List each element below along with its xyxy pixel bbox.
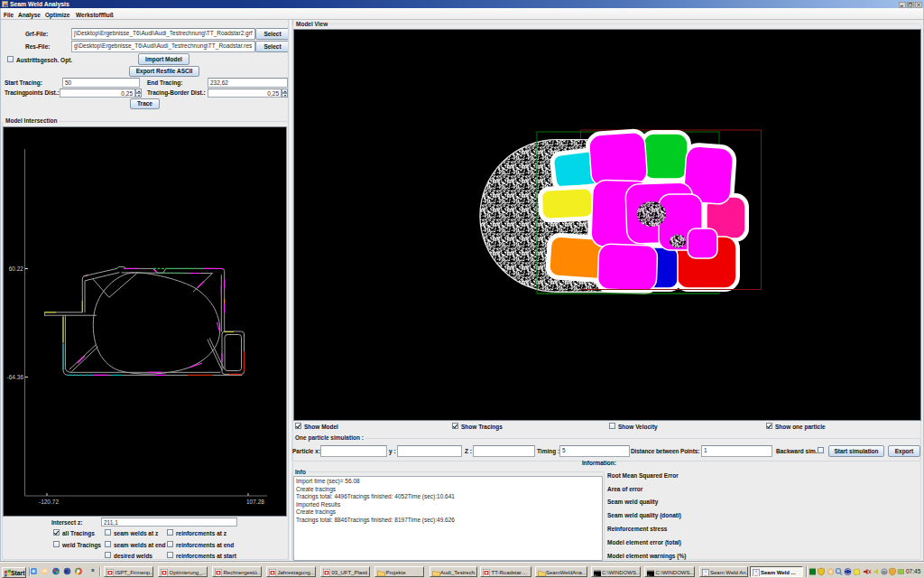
svg-text:-120.72: -120.72: [39, 499, 59, 505]
svg-text:C:: C:: [594, 573, 598, 576]
svg-text:107.28: 107.28: [246, 499, 264, 505]
svg-text:60.22: 60.22: [9, 266, 24, 272]
svg-text:C:: C:: [648, 573, 652, 576]
svg-text:-64.36: -64.36: [7, 374, 24, 380]
